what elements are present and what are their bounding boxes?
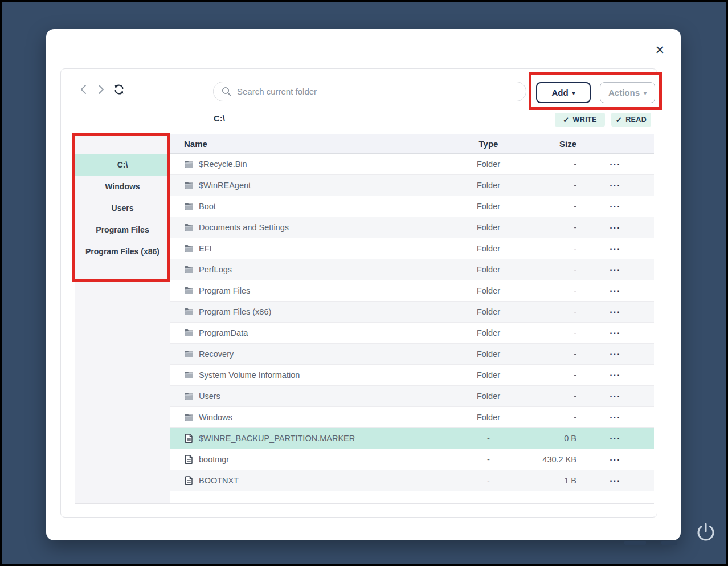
back-icon[interactable] xyxy=(79,84,88,95)
table-row[interactable]: Boot Folder - ... xyxy=(170,196,654,217)
file-name-cell: ProgramData xyxy=(170,328,456,337)
folder-icon xyxy=(184,287,194,295)
file-size-cell: - xyxy=(521,286,576,295)
sidebar-item-windows[interactable]: Windows xyxy=(75,176,170,197)
file-size-cell: - xyxy=(521,265,576,274)
table-row[interactable]: ProgramData Folder - ... xyxy=(170,323,654,344)
file-size-cell: 0 B xyxy=(521,434,576,443)
file-size-cell: - xyxy=(521,413,576,422)
file-name: bootmgr xyxy=(199,455,229,464)
table-row[interactable]: System Volume Information Folder - ... xyxy=(170,365,654,386)
sidebar-item-program-files[interactable]: Program Files xyxy=(75,219,170,241)
file-name-cell: Users xyxy=(170,392,456,401)
file-type-cell: Folder xyxy=(456,265,521,274)
search-input[interactable] xyxy=(237,87,518,96)
file-size-cell: - xyxy=(521,328,576,337)
file-name: PerfLogs xyxy=(199,265,232,274)
chevron-down-icon: ▾ xyxy=(572,90,575,96)
sidebar-item-label: Program Files (x86) xyxy=(85,247,159,256)
folder-icon xyxy=(184,308,194,316)
file-name-cell: $Recycle.Bin xyxy=(170,160,456,169)
close-icon[interactable]: ✕ xyxy=(655,44,665,56)
nav-controls xyxy=(79,84,125,95)
table-row[interactable]: $WINRE_BACKUP_PARTITION.MARKER - 0 B ... xyxy=(170,428,654,449)
sidebar-item-users[interactable]: Users xyxy=(75,197,170,219)
check-icon: ✓ xyxy=(563,116,569,124)
table-row[interactable]: Windows Folder - ... xyxy=(170,407,654,428)
header-type: Type xyxy=(456,139,521,149)
folder-icon xyxy=(184,350,194,358)
table-row[interactable]: Program Files Folder - ... xyxy=(170,280,654,302)
file-type-cell: Folder xyxy=(456,202,521,211)
table-row[interactable]: BOOTNXT - 1 B ... xyxy=(170,470,654,491)
read-permission-badge: ✓ READ xyxy=(611,113,651,127)
file-name-cell: bootmgr xyxy=(170,455,456,464)
file-size-cell: - xyxy=(521,244,576,253)
table-row[interactable]: Documents and Settings Folder - ... xyxy=(170,217,654,238)
file-name: BOOTNXT xyxy=(199,476,239,485)
file-type-cell: - xyxy=(456,434,521,443)
table-row[interactable]: PerfLogs Folder - ... xyxy=(170,259,654,280)
table-row[interactable]: bootmgr - 430.2 KB ... xyxy=(170,449,654,470)
sidebar-item-label: C:\ xyxy=(117,160,128,169)
check-icon: ✓ xyxy=(616,116,622,124)
actions-button[interactable]: Actions ▾ xyxy=(600,82,655,103)
file-size-cell: - xyxy=(521,370,576,380)
folder-icon xyxy=(184,160,194,168)
file-type-cell: Folder xyxy=(456,328,521,337)
file-type-cell: - xyxy=(456,455,521,464)
table-row[interactable]: EFI Folder - ... xyxy=(170,238,654,259)
file-name: $Recycle.Bin xyxy=(199,160,247,169)
header-name: Name xyxy=(170,139,456,149)
folder-icon xyxy=(184,223,194,231)
file-name-cell: $WINRE_BACKUP_PARTITION.MARKER xyxy=(170,434,456,443)
actions-button-label: Actions xyxy=(608,88,640,97)
file-name-cell: Windows xyxy=(170,413,456,422)
folder-icon xyxy=(184,202,194,210)
folder-icon xyxy=(184,266,194,274)
file-type-cell: Folder xyxy=(456,181,521,190)
folder-icon xyxy=(184,181,194,189)
table-row[interactable]: Program Files (x86) Folder - ... xyxy=(170,302,654,323)
file-name: ProgramData xyxy=(199,328,248,337)
power-icon[interactable] xyxy=(693,519,719,545)
file-name-cell: Recovery xyxy=(170,349,456,359)
folder-icon xyxy=(184,413,194,421)
file-type-cell: Folder xyxy=(456,160,521,169)
sidebar-item-label: Program Files xyxy=(96,225,149,234)
file-name-cell: Documents and Settings xyxy=(170,223,456,232)
file-size-cell: - xyxy=(521,223,576,232)
file-type-cell: Folder xyxy=(456,370,521,380)
hidden-taskbar-icon xyxy=(624,541,646,545)
table-row[interactable]: $Recycle.Bin Folder - ... xyxy=(170,154,654,175)
file-icon xyxy=(185,455,193,464)
search-icon xyxy=(222,87,231,96)
file-size-cell: - xyxy=(521,307,576,316)
add-button[interactable]: Add ▾ xyxy=(536,82,591,103)
sidebar-item-label: Users xyxy=(112,203,134,213)
file-type-cell: Folder xyxy=(456,392,521,401)
current-path-label: C:\ xyxy=(214,113,225,123)
refresh-icon[interactable] xyxy=(113,84,125,95)
folder-icon xyxy=(184,371,194,379)
header-size: Size xyxy=(521,139,576,149)
add-button-label: Add xyxy=(551,88,568,97)
forward-icon[interactable] xyxy=(96,84,105,95)
file-size-cell: 1 B xyxy=(521,476,576,485)
file-size-cell: - xyxy=(521,349,576,359)
table-row[interactable]: $WinREAgent Folder - ... xyxy=(170,175,654,196)
write-permission-badge: ✓ WRITE xyxy=(555,113,605,127)
sidebar-item-c[interactable]: C:\ xyxy=(75,154,170,176)
folder-icon xyxy=(184,392,194,400)
file-icon xyxy=(185,434,193,443)
file-name: Program Files (x86) xyxy=(199,307,271,316)
file-name: System Volume Information xyxy=(199,370,300,380)
file-type-cell: Folder xyxy=(456,307,521,316)
file-type-cell: Folder xyxy=(456,349,521,359)
sidebar-item-program-files-x86[interactable]: Program Files (x86) xyxy=(75,241,170,262)
file-icon xyxy=(185,476,193,485)
table-row[interactable]: Users Folder - ... xyxy=(170,386,654,407)
table-row[interactable]: Recovery Folder - ... xyxy=(170,344,654,365)
folder-sidebar: C:\ Windows Users Program Files Program … xyxy=(75,134,170,503)
file-manager-dialog: File Manager ✕ xyxy=(46,29,681,540)
